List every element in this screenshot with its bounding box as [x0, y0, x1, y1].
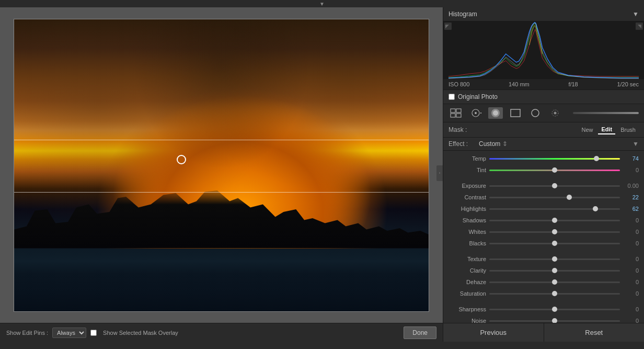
histogram-info: ISO 800 140 mm f/18 1/20 sec [443, 79, 644, 90]
contrast-label: Contrast [448, 194, 486, 200]
whites-slider-container[interactable] [489, 228, 620, 236]
svg-point-18 [554, 112, 557, 115]
sharpness-thumb[interactable] [552, 307, 557, 312]
original-photo-checkbox[interactable] [448, 94, 455, 100]
mask-edit-button[interactable]: Edit [598, 125, 615, 134]
svg-text:◥: ◥ [638, 24, 641, 29]
shadows-thumb[interactable] [552, 218, 557, 223]
tool-circle-outline-icon[interactable] [528, 107, 543, 119]
tint-value: 0 [623, 167, 639, 173]
exposure-thumb[interactable] [552, 183, 557, 188]
mask-row: Mask : New Edit Brush [443, 122, 644, 138]
mask-pin[interactable] [177, 155, 186, 164]
noise-slider-container[interactable] [489, 317, 620, 323]
photo-panel: › Show Edit Pins : Always Show Selected … [0, 7, 443, 342]
whites-value: 0 [623, 229, 639, 235]
clarity-slider-container[interactable] [489, 266, 620, 275]
highlights-value: 62 [623, 206, 639, 212]
saturation-thumb[interactable] [552, 291, 557, 296]
temp-slider-container[interactable] [489, 154, 620, 163]
toolbar-right: Done [404, 327, 436, 339]
tool-circle-filled-icon[interactable] [488, 107, 503, 119]
svg-rect-6 [456, 109, 461, 112]
shadows-slider-container[interactable] [489, 216, 620, 224]
shadows-label: Shadows [448, 217, 486, 223]
tint-slider-container[interactable] [489, 166, 620, 174]
histogram-area: ◤ ◥ [443, 21, 644, 79]
shadows-track [489, 220, 620, 221]
blacks-slider-row: Blacks 0 [443, 238, 644, 249]
svg-point-16 [532, 109, 539, 117]
panel-handle[interactable]: › [436, 165, 443, 181]
original-photo-label: Original Photo [458, 93, 498, 100]
dehaze-label: Dehaze [448, 279, 486, 285]
previous-button[interactable]: Previous [443, 323, 544, 342]
saturation-track [489, 293, 620, 295]
tool-square-icon[interactable] [508, 107, 523, 119]
sharpness-slider-container[interactable] [489, 305, 620, 313]
svg-point-10 [475, 112, 477, 114]
dehaze-value: 0 [623, 279, 639, 285]
dehaze-track [489, 282, 620, 283]
exposure-track [489, 185, 620, 187]
show-edit-pins-label: Show Edit Pins : [6, 330, 48, 336]
exif-aperture: f/18 [568, 81, 578, 87]
tool-radial-dot-icon[interactable] [468, 107, 483, 119]
temp-value: 74 [623, 155, 639, 162]
sharpness-label: Sharpness [448, 306, 486, 312]
exposure-slider-container[interactable] [489, 182, 620, 190]
bottom-bar [0, 342, 644, 349]
temp-thumb[interactable] [594, 156, 599, 161]
effect-row: Effect : Custom ⇕ ▼ [443, 138, 644, 151]
effect-label: Effect : [448, 140, 475, 148]
noise-value: 0 [623, 318, 639, 323]
temp-label: Temp [448, 155, 486, 162]
bottom-buttons: Previous Reset [443, 323, 644, 342]
clarity-thumb[interactable] [552, 268, 557, 273]
main-content: › Show Edit Pins : Always Show Selected … [0, 7, 644, 342]
effect-dropdown[interactable]: Custom ⇕ [479, 140, 508, 148]
reset-button[interactable]: Reset [544, 323, 645, 342]
tint-thumb[interactable] [552, 167, 557, 173]
histogram-title: Histogram [448, 10, 477, 18]
noise-track [489, 320, 620, 322]
effect-expand-icon[interactable]: ▼ [632, 140, 639, 148]
done-button[interactable]: Done [404, 327, 436, 339]
histogram-expand-icon[interactable]: ▼ [632, 10, 639, 18]
mask-line-top [14, 140, 429, 140]
contrast-value: 22 [623, 194, 639, 200]
svg-rect-15 [511, 109, 520, 117]
saturation-value: 0 [623, 290, 639, 297]
contrast-thumb[interactable] [567, 195, 572, 200]
right-panel: Histogram ▼ ◤ ◥ [443, 7, 644, 342]
texture-slider-row: Texture 0 [443, 253, 644, 265]
saturation-slider-container[interactable] [489, 289, 620, 298]
mask-new-button[interactable]: New [578, 125, 596, 134]
mask-brush-button[interactable]: Brush [617, 125, 639, 134]
blacks-thumb[interactable] [552, 241, 557, 246]
show-mask-checkbox[interactable] [90, 330, 97, 336]
highlights-thumb[interactable] [593, 206, 598, 211]
edit-pins-select[interactable]: Always [52, 328, 86, 338]
exif-shutter: 1/20 sec [617, 81, 639, 87]
tool-grid-icon[interactable] [448, 107, 463, 119]
noise-thumb[interactable] [552, 318, 557, 323]
photo-container: › [0, 7, 443, 323]
svg-text:◤: ◤ [445, 24, 449, 29]
whites-slider-row: Whites 0 [443, 226, 644, 238]
whites-thumb[interactable] [552, 229, 557, 234]
blacks-value: 0 [623, 240, 639, 246]
dehaze-slider-row: Dehaze 0 [443, 276, 644, 288]
blacks-slider-container[interactable] [489, 239, 620, 247]
dehaze-thumb[interactable] [552, 279, 557, 285]
tool-range-icon[interactable] [548, 107, 562, 119]
texture-thumb[interactable] [552, 256, 557, 262]
contrast-slider-container[interactable] [489, 193, 620, 201]
exif-focal: 140 mm [509, 81, 530, 87]
highlights-slider-container[interactable] [489, 205, 620, 213]
tool-slider-preview [573, 112, 639, 114]
svg-rect-8 [456, 114, 461, 117]
texture-slider-container[interactable] [489, 255, 620, 263]
photo-wrapper [14, 19, 429, 312]
dehaze-slider-container[interactable] [489, 278, 620, 286]
